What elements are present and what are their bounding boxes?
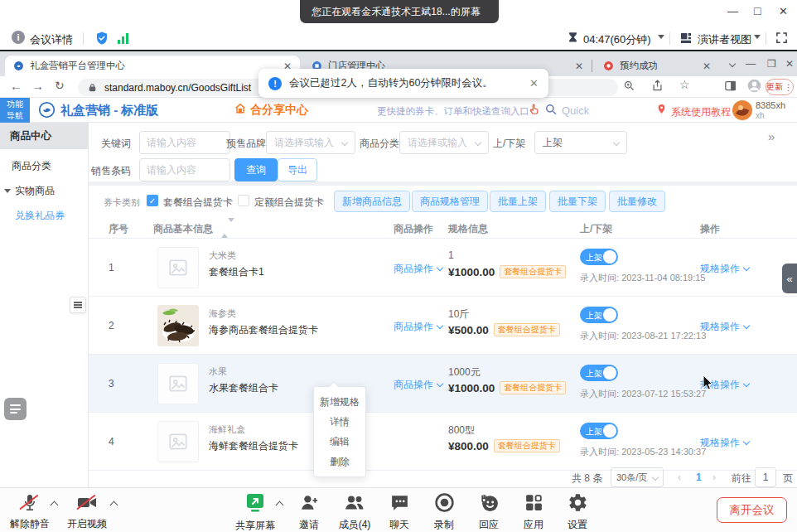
sort-icon[interactable] (221, 222, 234, 234)
status-toggle[interactable]: 上架 (580, 423, 618, 439)
footer-settings-button[interactable]: 设置 (548, 492, 606, 532)
status-toggle[interactable]: 上架 (580, 365, 618, 381)
table-row: 2 海参类 海参商品套餐组合提货卡 商品操作 10斤 ¥500.00套餐组合提货… (89, 297, 797, 355)
brand-title[interactable]: 礼盒营销 - 标准版 (60, 103, 158, 118)
browser-close-button[interactable]: ✕ (785, 58, 794, 70)
tutorial-link[interactable]: 系统使用教程 (671, 105, 731, 119)
tab2-close-icon[interactable]: ✕ (575, 60, 583, 72)
table-header-row: 序号 商品基本信息 商品操作 规格信息 上/下架 操作 (89, 217, 797, 239)
right-panel-handle[interactable]: « (782, 264, 797, 293)
share-page-icon[interactable] (651, 80, 664, 92)
footer-share-button[interactable]: 共享屏幕 (226, 492, 284, 532)
batch-down-button[interactable]: 批量下架 (549, 191, 606, 212)
brand-select[interactable]: 请选择或输入 (266, 131, 355, 154)
browser-tab-1[interactable]: 礼盒营销平台管理中心 ✕ (5, 56, 300, 76)
notice-close-icon[interactable]: ✕ (529, 77, 539, 89)
quick-label[interactable]: Quick (562, 104, 589, 117)
side-panel-icon[interactable] (724, 80, 737, 92)
info-icon[interactable]: i (12, 31, 25, 44)
card-type-tag: 套餐组合提货卡 (494, 323, 560, 336)
user-avatar[interactable] (732, 100, 752, 120)
meeting-notes-widget[interactable] (4, 398, 27, 420)
spec-manage-button[interactable]: 商品规格管理 (412, 191, 488, 212)
menu-item-add-spec[interactable]: 新增规格 (314, 392, 365, 412)
view-dropdown-icon[interactable] (754, 35, 761, 39)
keyword-input[interactable] (139, 131, 230, 154)
fullscreen-icon[interactable] (775, 31, 788, 44)
footer-video-button[interactable]: 开启视频 (58, 492, 116, 531)
network-signal-icon[interactable] (118, 33, 128, 44)
search-button[interactable]: 查询 (234, 158, 278, 181)
prev-page-icon[interactable]: ‹ (678, 472, 681, 483)
footer-unmute-button[interactable]: 解除静音 (1, 492, 59, 531)
profile-avatar-icon[interactable] (747, 79, 761, 93)
sidebar-item-gift-voucher[interactable]: 兑换礼品券 (15, 209, 65, 223)
entry-time-value: 2023-07-12 15:53:27 (621, 389, 706, 399)
bookmark-star-icon[interactable]: ☆ (679, 78, 690, 91)
share-center-label[interactable]: 合分享中心 (250, 103, 308, 118)
sidebar-item-physical[interactable]: 实物商品 (4, 184, 55, 198)
combo-checkbox[interactable]: ✓ (147, 195, 158, 206)
card-type-tag: 套餐组合提货卡 (500, 265, 566, 278)
window-close-button[interactable]: ✕ (779, 5, 788, 17)
sidebar-item-category[interactable]: 商品分类 (12, 159, 51, 173)
browser-minimize-button[interactable]: — (746, 58, 756, 70)
sidebar-section-goods-center[interactable]: 商品中心 (0, 123, 89, 149)
barcode-input[interactable] (139, 158, 230, 181)
filter-collapse-icon[interactable]: » (768, 129, 775, 143)
zoom-page-icon[interactable] (623, 80, 635, 92)
status-toggle[interactable]: 上架 (580, 307, 618, 323)
lock-icon[interactable] (88, 83, 97, 93)
combo-checkbox-label[interactable]: 套餐组合提货卡 (163, 196, 233, 210)
export-button[interactable]: 导出 (278, 158, 317, 181)
table-row: 3 水果 水果套餐组合卡 商品操作 1000元 ¥1000.00套餐组合提货卡 … (89, 355, 797, 413)
spec-action-link[interactable]: 规格操作 (700, 436, 749, 450)
current-page[interactable]: 1 (696, 472, 702, 483)
browser-maximize-button[interactable]: ❐ (767, 58, 776, 70)
status-select[interactable]: 上架 (534, 131, 627, 154)
meeting-timer[interactable]: 04:47(60分钟) (583, 32, 651, 47)
toggle-knob (603, 308, 616, 322)
browser-tab-3[interactable]: 预约成功 ✕ (595, 56, 719, 76)
price: ¥1000.00 (448, 266, 495, 278)
view-mode-label[interactable]: 演讲者视图 (698, 32, 751, 47)
entry-time-label: 录入时间: (580, 273, 619, 283)
window-minimize-button[interactable]: — (727, 5, 738, 17)
security-shield-icon[interactable] (94, 31, 109, 46)
goods-action-link[interactable]: 商品操作 (394, 262, 442, 276)
batch-edit-button[interactable]: 批量修改 (609, 191, 665, 212)
meeting-details-label[interactable]: 会议详情 (30, 32, 73, 47)
spec-action-label: 规格操作 (700, 437, 740, 448)
page-size-select[interactable]: 30条/页 (611, 467, 664, 487)
window-maximize-button[interactable]: □ (754, 4, 761, 17)
category-select[interactable]: 请选择或输入 (399, 131, 489, 154)
goods-action-link[interactable]: 商品操作 (394, 378, 442, 392)
status-toggle[interactable]: 上架 (580, 249, 618, 265)
menu-item-delete[interactable]: 删除 (314, 452, 365, 472)
tab3-close-icon[interactable]: ✕ (703, 60, 711, 72)
spec-value: 10斤 (448, 307, 469, 322)
next-page-icon[interactable]: › (712, 472, 716, 483)
add-goods-button[interactable]: 新增商品信息 (334, 191, 410, 212)
table-row: 4 海鲜礼盒 海鲜套餐组合提货卡 800型 ¥800.00套餐组合提货卡 上架 … (89, 413, 797, 471)
forward-icon[interactable]: → (31, 79, 44, 93)
sidebar-collapse-handle[interactable] (70, 297, 86, 313)
spec-action-link[interactable]: 规格操作 (700, 320, 749, 334)
footer-settings-label: 设置 (548, 518, 606, 532)
goods-action-link[interactable]: 商品操作 (394, 320, 442, 334)
back-icon[interactable]: ← (10, 79, 22, 93)
filter-panel: 关键词 预售品牌 请选择或输入 商品分类 请选择或输入 上/下架 上架 » 销售… (89, 123, 797, 181)
nav-toggle-button[interactable]: 功能 导航 (0, 98, 30, 123)
watching-banner[interactable]: 您正在观看金禾通技术王斌18...的屏幕 (300, 0, 499, 23)
fixed-checkbox-label[interactable]: 定额组合提货卡 (254, 196, 324, 210)
timer-dropdown-icon[interactable] (658, 35, 664, 39)
goto-page-input[interactable] (755, 467, 776, 487)
menu-item-edit[interactable]: 编辑 (314, 432, 365, 452)
menu-item-detail[interactable]: 详情 (314, 412, 365, 432)
spec-action-link[interactable]: 规格操作 (700, 262, 749, 276)
reload-icon[interactable]: ↻ (55, 79, 65, 92)
fixed-checkbox[interactable] (238, 195, 249, 206)
batch-up-button[interactable]: 批量上架 (490, 191, 546, 212)
leave-meeting-button[interactable]: 离开会议 (717, 497, 787, 523)
update-browser-pill[interactable]: 更新 ⋮ (766, 79, 794, 95)
